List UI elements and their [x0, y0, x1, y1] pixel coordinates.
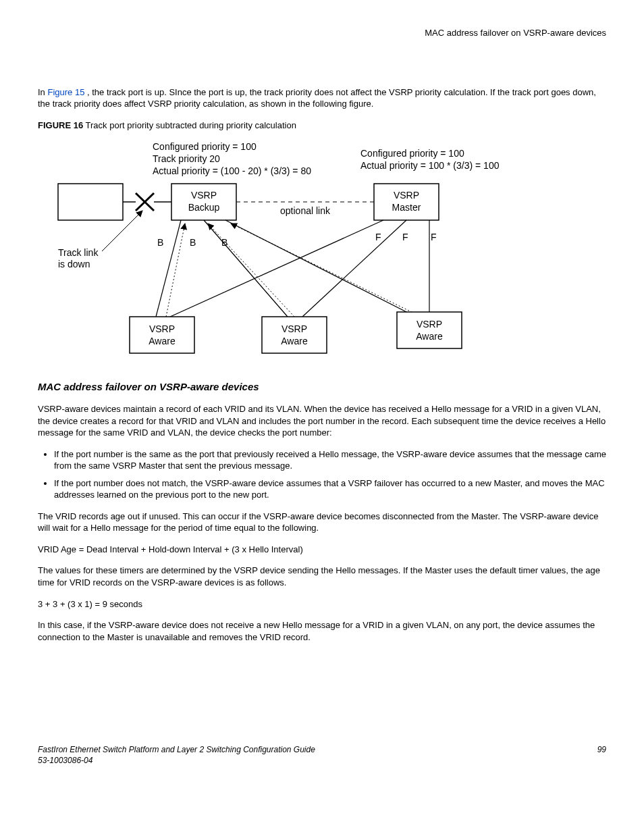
track-box	[58, 184, 123, 220]
diagram: Configured priority = 100 Track priority…	[38, 138, 606, 364]
svg-text:VSRP: VSRP	[394, 190, 419, 201]
svg-line-16	[204, 220, 288, 317]
page-footer: FastIron Ethernet Switch Platform and La…	[38, 744, 606, 766]
section-heading: MAC address failover on VSRP-aware devic…	[38, 380, 606, 394]
vsrp-aware-box-3	[397, 312, 462, 348]
intro-post: , the track port is up. SInce the port i…	[38, 87, 596, 109]
page-header-right: MAC address failover on VSRP-aware devic…	[38, 27, 606, 39]
track-link-l1: Track link	[58, 247, 99, 258]
intro-paragraph: In Figure 15 , the track port is up. SIn…	[38, 86, 606, 110]
svg-text:Aware: Aware	[149, 336, 176, 346]
svg-line-18	[170, 220, 383, 317]
svg-line-15	[156, 220, 181, 317]
svg-line-21	[166, 224, 185, 317]
x-mark-icon	[136, 193, 154, 211]
svg-text:F: F	[402, 232, 408, 242]
list-item: If the port number does not match, the V…	[54, 477, 606, 501]
svg-text:VSRP: VSRP	[191, 190, 217, 201]
section-p1: VSRP-aware devices maintain a record of …	[38, 403, 606, 439]
section-p3: VRID Age = Dead Interval + Hold-down Int…	[38, 544, 606, 556]
svg-line-8	[102, 211, 142, 251]
svg-line-19	[302, 220, 406, 317]
svg-line-23	[231, 224, 421, 317]
diag-left-l1: Configured priority = 100	[153, 141, 257, 152]
svg-text:Aware: Aware	[281, 336, 308, 346]
svg-text:B: B	[190, 237, 196, 248]
list-item: If the port number is the same as the po…	[54, 448, 606, 472]
section-p2: The VRID records age out if unused. This…	[38, 511, 606, 534]
svg-text:Backup: Backup	[188, 202, 220, 213]
svg-text:B: B	[157, 237, 163, 248]
diag-left-l3: Actual priority = (100 - 20) * (3/3) = 8…	[153, 165, 311, 176]
diag-left-l2: Track priority 20	[153, 153, 220, 164]
svg-text:VSRP: VSRP	[281, 323, 307, 334]
diag-right-l1: Configured priority = 100	[360, 148, 464, 159]
footer-title: FastIron Ethernet Switch Platform and La…	[38, 744, 315, 755]
section-p6: In this case, if the VSRP-aware device d…	[38, 619, 606, 643]
track-link-l2: is down	[58, 259, 90, 269]
svg-text:F: F	[375, 232, 381, 242]
vsrp-aware-box-2	[262, 317, 327, 353]
section-p5: 3 + 3 + (3 x 1) = 9 seconds	[38, 598, 606, 610]
bullet-list: If the port number is the same as the po…	[38, 448, 606, 501]
optional-link-label: optional link	[280, 205, 331, 216]
svg-text:F: F	[431, 232, 437, 242]
figure-label: FIGURE 16	[38, 120, 83, 130]
figure-caption: FIGURE 16 Track port priority subtracted…	[38, 120, 606, 132]
svg-text:VSRP: VSRP	[417, 319, 442, 330]
intro-pre: In	[38, 87, 47, 97]
svg-text:VSRP: VSRP	[149, 323, 175, 334]
diag-right-l2: Actual priority = 100 * (3/3) = 100	[360, 160, 500, 171]
figure-15-link[interactable]: Figure 15	[47, 87, 87, 97]
footer-page: 99	[597, 744, 606, 766]
svg-text:Master: Master	[392, 202, 421, 213]
section-p4: The values for these timers are determin…	[38, 565, 606, 588]
vsrp-aware-box-1	[130, 317, 194, 353]
svg-text:Aware: Aware	[416, 331, 443, 342]
footer-doc: 53-1003086-04	[38, 755, 315, 766]
figure-caption-text: Track port priority subtracted during pr…	[83, 120, 296, 130]
